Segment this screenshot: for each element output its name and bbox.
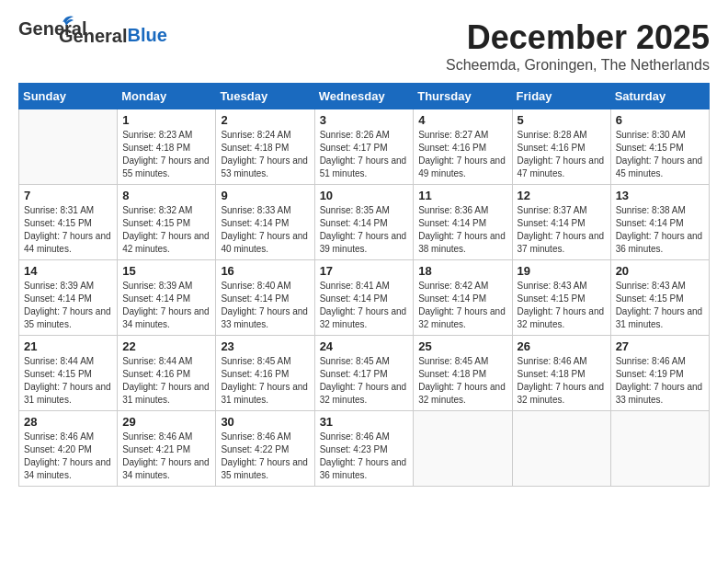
day-number: 12 (518, 189, 606, 202)
day-info: Sunrise: 8:45 AMSunset: 4:18 PMDaylight:… (418, 355, 506, 407)
sunrise-text: Sunrise: 8:35 AM (320, 204, 409, 217)
table-row: 22Sunrise: 8:44 AMSunset: 4:16 PMDayligh… (118, 336, 216, 411)
calendar-week-row: 14Sunrise: 8:39 AMSunset: 4:14 PMDayligh… (19, 260, 710, 336)
sunrise-text: Sunrise: 8:45 AM (221, 355, 309, 368)
table-row (19, 109, 118, 185)
page-header: General General Blue December 2025 Schee… (18, 18, 710, 74)
daylight-text: Daylight: 7 hours and 49 minutes. (418, 155, 506, 180)
sunrise-text: Sunrise: 8:46 AM (518, 355, 606, 368)
day-info: Sunrise: 8:45 AMSunset: 4:16 PMDaylight:… (221, 355, 309, 407)
sunrise-text: Sunrise: 8:24 AM (221, 129, 309, 142)
daylight-text: Daylight: 7 hours and 33 minutes. (221, 305, 309, 331)
sunset-text: Sunset: 4:14 PM (518, 217, 606, 230)
daylight-text: Daylight: 7 hours and 35 minutes. (221, 456, 309, 482)
sunrise-text: Sunrise: 8:31 AM (24, 204, 112, 217)
daylight-text: Daylight: 7 hours and 45 minutes. (616, 155, 704, 180)
sunrise-text: Sunrise: 8:41 AM (320, 280, 409, 293)
sunset-text: Sunset: 4:15 PM (518, 293, 606, 305)
sunrise-text: Sunrise: 8:38 AM (616, 204, 704, 217)
table-row: 28Sunrise: 8:46 AMSunset: 4:20 PMDayligh… (19, 411, 118, 487)
sunrise-text: Sunrise: 8:37 AM (518, 204, 606, 217)
day-info: Sunrise: 8:31 AMSunset: 4:15 PMDaylight:… (24, 204, 112, 256)
daylight-text: Daylight: 7 hours and 55 minutes. (122, 155, 210, 180)
sunrise-text: Sunrise: 8:43 AM (518, 280, 606, 293)
day-number: 24 (320, 339, 409, 353)
table-row: 3Sunrise: 8:26 AMSunset: 4:17 PMDaylight… (314, 109, 414, 185)
sunrise-text: Sunrise: 8:46 AM (320, 431, 409, 443)
day-info: Sunrise: 8:37 AMSunset: 4:14 PMDaylight:… (518, 204, 606, 256)
day-info: Sunrise: 8:46 AMSunset: 4:18 PMDaylight:… (518, 355, 606, 407)
sunrise-text: Sunrise: 8:40 AM (221, 280, 309, 293)
header-monday: Monday (118, 84, 216, 109)
daylight-text: Daylight: 7 hours and 53 minutes. (221, 155, 309, 180)
daylight-text: Daylight: 7 hours and 38 minutes. (418, 230, 506, 256)
day-number: 13 (616, 189, 704, 202)
calendar-week-row: 21Sunrise: 8:44 AMSunset: 4:15 PMDayligh… (19, 336, 710, 411)
daylight-text: Daylight: 7 hours and 32 minutes. (418, 305, 506, 331)
header-thursday: Thursday (414, 84, 512, 109)
daylight-text: Daylight: 7 hours and 32 minutes. (320, 305, 409, 331)
day-number: 23 (221, 339, 309, 353)
daylight-text: Daylight: 7 hours and 36 minutes. (616, 230, 704, 256)
sunset-text: Sunset: 4:15 PM (24, 217, 112, 230)
day-info: Sunrise: 8:46 AMSunset: 4:22 PMDaylight:… (221, 431, 309, 482)
table-row: 29Sunrise: 8:46 AMSunset: 4:21 PMDayligh… (118, 411, 216, 487)
calendar-header-row: Sunday Monday Tuesday Wednesday Thursday… (19, 84, 710, 109)
table-row: 10Sunrise: 8:35 AMSunset: 4:14 PMDayligh… (314, 185, 414, 260)
sunrise-text: Sunrise: 8:33 AM (221, 204, 309, 217)
sunrise-text: Sunrise: 8:39 AM (24, 280, 112, 293)
calendar-week-row: 7Sunrise: 8:31 AMSunset: 4:15 PMDaylight… (19, 185, 710, 260)
day-number: 9 (221, 189, 309, 202)
sunset-text: Sunset: 4:18 PM (122, 142, 210, 155)
table-row: 23Sunrise: 8:45 AMSunset: 4:16 PMDayligh… (216, 336, 314, 411)
day-info: Sunrise: 8:42 AMSunset: 4:14 PMDaylight:… (418, 280, 506, 331)
day-info: Sunrise: 8:43 AMSunset: 4:15 PMDaylight:… (518, 280, 606, 331)
table-row: 24Sunrise: 8:45 AMSunset: 4:17 PMDayligh… (314, 336, 414, 411)
title-section: December 2025 Scheemda, Groningen, The N… (446, 18, 710, 74)
daylight-text: Daylight: 7 hours and 32 minutes. (418, 381, 506, 407)
calendar-week-row: 1Sunrise: 8:23 AMSunset: 4:18 PMDaylight… (19, 109, 710, 185)
table-row: 2Sunrise: 8:24 AMSunset: 4:18 PMDaylight… (216, 109, 314, 185)
header-friday: Friday (512, 84, 610, 109)
day-info: Sunrise: 8:38 AMSunset: 4:14 PMDaylight:… (616, 204, 704, 256)
daylight-text: Daylight: 7 hours and 37 minutes. (518, 230, 606, 256)
daylight-text: Daylight: 7 hours and 39 minutes. (320, 230, 409, 256)
sunset-text: Sunset: 4:14 PM (122, 293, 210, 305)
day-info: Sunrise: 8:23 AMSunset: 4:18 PMDaylight:… (122, 129, 210, 180)
day-number: 5 (518, 113, 606, 127)
day-number: 16 (221, 264, 309, 278)
daylight-text: Daylight: 7 hours and 34 minutes. (24, 456, 112, 482)
day-number: 10 (320, 189, 409, 202)
day-info: Sunrise: 8:27 AMSunset: 4:16 PMDaylight:… (418, 129, 506, 180)
daylight-text: Daylight: 7 hours and 31 minutes. (221, 381, 309, 407)
table-row: 17Sunrise: 8:41 AMSunset: 4:14 PMDayligh… (314, 260, 414, 336)
sunset-text: Sunset: 4:14 PM (221, 293, 309, 305)
day-info: Sunrise: 8:41 AMSunset: 4:14 PMDaylight:… (320, 280, 409, 331)
day-number: 11 (418, 189, 506, 202)
day-number: 30 (221, 415, 309, 429)
sunrise-text: Sunrise: 8:32 AM (122, 204, 210, 217)
daylight-text: Daylight: 7 hours and 42 minutes. (122, 230, 210, 256)
sunset-text: Sunset: 4:16 PM (221, 368, 309, 381)
table-row: 14Sunrise: 8:39 AMSunset: 4:14 PMDayligh… (19, 260, 118, 336)
sunrise-text: Sunrise: 8:46 AM (122, 431, 210, 443)
month-title: December 2025 (446, 18, 710, 57)
daylight-text: Daylight: 7 hours and 35 minutes. (24, 305, 112, 331)
sunset-text: Sunset: 4:20 PM (24, 443, 112, 456)
logo-text-blue: Blue (127, 25, 166, 45)
day-info: Sunrise: 8:44 AMSunset: 4:15 PMDaylight:… (24, 355, 112, 407)
sunrise-text: Sunrise: 8:45 AM (320, 355, 409, 368)
daylight-text: Daylight: 7 hours and 36 minutes. (320, 456, 409, 482)
day-info: Sunrise: 8:45 AMSunset: 4:17 PMDaylight:… (320, 355, 409, 407)
table-row: 26Sunrise: 8:46 AMSunset: 4:18 PMDayligh… (512, 336, 610, 411)
header-tuesday: Tuesday (216, 84, 314, 109)
daylight-text: Daylight: 7 hours and 34 minutes. (122, 305, 210, 331)
sunset-text: Sunset: 4:19 PM (616, 368, 704, 381)
daylight-text: Daylight: 7 hours and 31 minutes. (122, 381, 210, 407)
table-row: 4Sunrise: 8:27 AMSunset: 4:16 PMDaylight… (414, 109, 512, 185)
sunset-text: Sunset: 4:14 PM (418, 293, 506, 305)
table-row (512, 411, 610, 487)
sunrise-text: Sunrise: 8:23 AM (122, 129, 210, 142)
location-title: Scheemda, Groningen, The Netherlands (446, 57, 710, 74)
table-row: 13Sunrise: 8:38 AMSunset: 4:14 PMDayligh… (610, 185, 709, 260)
